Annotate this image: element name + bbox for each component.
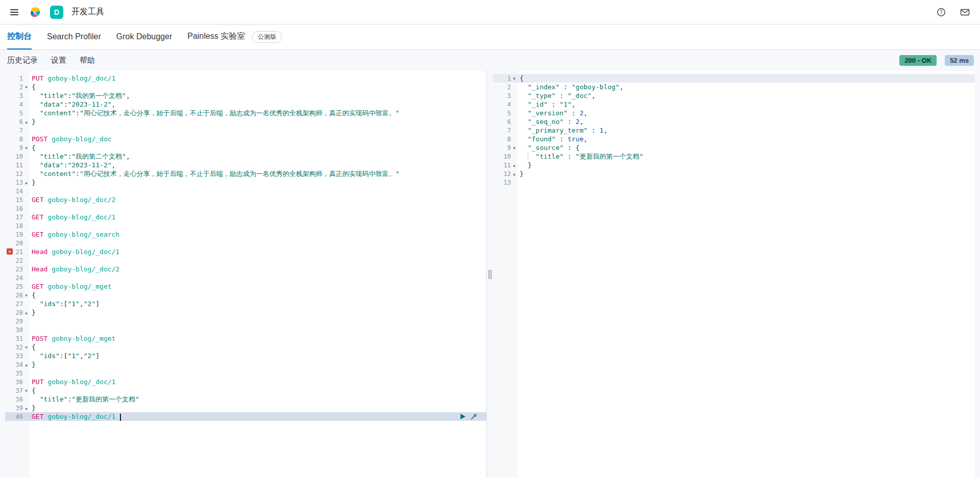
gutter-row: 31 (5, 334, 30, 343)
code-line[interactable] (30, 221, 486, 230)
code-line[interactable]: "found" : true, (518, 135, 975, 143)
code-line[interactable]: GET goboy-blog/_search (30, 230, 486, 239)
history-button[interactable]: 历史记录 (7, 56, 38, 65)
code-line[interactable] (30, 369, 486, 378)
fold-toggle-icon[interactable]: ▴ (23, 406, 30, 411)
help-button[interactable]: ? (935, 6, 948, 19)
code-line[interactable] (30, 239, 486, 247)
code-line[interactable]: { (30, 386, 486, 395)
response-viewer[interactable]: 1▾23456789▾1011▴12▴13 { "_index" : "gobo… (493, 71, 975, 478)
code-line[interactable] (30, 256, 486, 265)
tab-search-profiler[interactable]: Search Profiler (47, 24, 101, 49)
code-line[interactable]: "_id" : "1", (518, 100, 975, 109)
code-line[interactable]: "title":"更新我的第一个文档" (30, 395, 486, 404)
tab-console[interactable]: 控制台 (7, 24, 32, 49)
tab-painless-lab[interactable]: Painless 实验室 (187, 24, 245, 49)
gutter-row: 20 (5, 239, 30, 247)
tab-bar: 控制台 Search Profiler Grok Debugger Painle… (0, 24, 980, 50)
code-line[interactable]: "_primary_term" : 1, (518, 126, 975, 135)
fold-toggle-icon[interactable]: ▴ (23, 362, 30, 367)
code-line[interactable]: { (30, 291, 486, 299)
fold-toggle-icon[interactable]: ▴ (23, 310, 30, 315)
code-line[interactable] (30, 187, 486, 195)
fold-toggle-icon[interactable]: ▾ (23, 145, 30, 150)
gutter-row: 29 (5, 317, 30, 325)
tab-grok-debugger[interactable]: Grok Debugger (116, 24, 172, 49)
gutter-row: 18 (5, 221, 30, 230)
gutter-row: 37▾ (5, 386, 30, 395)
code-line[interactable]: "_version" : 2, (518, 109, 975, 117)
code-line[interactable]: } (30, 404, 486, 412)
line-number: 19 (16, 231, 23, 238)
fold-toggle-icon[interactable]: ▾ (23, 388, 30, 393)
code-line[interactable] (30, 204, 486, 213)
space-avatar[interactable]: D (50, 6, 63, 19)
code-line[interactable]: GET goboy-blog/_doc/2 (30, 195, 486, 204)
code-line[interactable]: POST goboy-blog/_doc (30, 135, 486, 143)
gutter-row: 14 (5, 187, 30, 195)
code-line[interactable]: "ids":["1","2"] (30, 351, 486, 360)
fold-toggle-icon[interactable]: ▾ (23, 345, 30, 350)
gutter-row: 3 (5, 91, 30, 100)
request-editor-code[interactable]: PUT goboy-blog/_doc/1{ "title":"我的第一个文档"… (30, 71, 486, 478)
gutter-row: 13▴ (5, 178, 30, 187)
line-number: 4 (507, 101, 511, 108)
gutter-row: 4 (493, 100, 518, 109)
code-line[interactable]: "_type" : "_doc", (518, 91, 975, 100)
code-line[interactable]: "ids":["1","2"] (30, 299, 486, 308)
help-menu-button[interactable]: 帮助 (80, 56, 95, 65)
code-line[interactable] (30, 317, 486, 325)
code-line[interactable]: "_source" : { (518, 143, 975, 152)
fold-toggle-icon[interactable]: ▴ (23, 180, 30, 185)
code-line[interactable]: { (30, 83, 486, 91)
newsfeed-button[interactable] (958, 6, 972, 19)
code-line[interactable]: Head goboy-blog/_doc/2 (30, 265, 486, 273)
fold-toggle-icon[interactable]: ▴ (511, 171, 518, 177)
code-line[interactable]: } (30, 178, 486, 187)
code-line[interactable]: } (30, 308, 486, 317)
send-request-button[interactable] (459, 413, 466, 420)
code-line[interactable]: GET goboy-blog/_doc/1 (30, 412, 486, 421)
panel-resizer[interactable] (487, 71, 493, 478)
play-icon (459, 413, 466, 420)
code-line[interactable]: GET goboy-blog/_mget (30, 282, 486, 291)
fold-toggle-icon[interactable]: ▴ (23, 119, 30, 124)
code-line[interactable]: "content":"用心记技术，走心分享，始于后端，不止于后端，励志成为一名优… (30, 169, 486, 178)
code-line[interactable] (30, 325, 486, 334)
code-line[interactable]: Head goboy-blog/_doc/1 (30, 247, 486, 256)
code-line[interactable] (518, 178, 975, 187)
code-line[interactable]: "_index" : "goboy-blog", (518, 83, 975, 91)
code-line[interactable]: "_seq_no" : 2, (518, 117, 975, 126)
code-line[interactable]: "data":"2023-11-2", (30, 100, 486, 109)
fold-toggle-icon[interactable]: ▾ (511, 76, 518, 81)
fold-toggle-icon[interactable]: ▾ (23, 85, 30, 90)
code-line[interactable]: "data":"2023-11-2", (30, 161, 486, 169)
line-number: 11 (504, 162, 511, 169)
code-line[interactable]: PUT goboy-blog/_doc/1 (30, 74, 486, 83)
code-line[interactable]: { (30, 343, 486, 351)
code-line[interactable]: } (30, 360, 486, 369)
fold-toggle-icon[interactable]: ▾ (511, 145, 518, 150)
code-line[interactable]: } (518, 161, 975, 169)
code-line[interactable]: } (30, 117, 486, 126)
code-line[interactable] (30, 273, 486, 282)
elastic-logo[interactable] (29, 6, 42, 19)
code-line[interactable]: "title":"我的第二个文档", (30, 152, 486, 161)
request-editor[interactable]: 12▾3456▴789▾10111213▴14151617181920×2122… (5, 71, 487, 478)
code-line[interactable]: "title" : "更新我的第一个文档" (518, 152, 975, 161)
code-line[interactable]: { (518, 74, 975, 83)
code-line[interactable]: } (518, 169, 975, 178)
response-viewer-code[interactable]: { "_index" : "goboy-blog", "_type" : "_d… (518, 71, 975, 478)
request-options-button[interactable] (470, 413, 477, 420)
code-line[interactable] (30, 126, 486, 135)
code-line[interactable]: GET goboy-blog/_doc/1 (30, 213, 486, 221)
menu-toggle-button[interactable] (8, 6, 20, 19)
fold-toggle-icon[interactable]: ▾ (23, 293, 30, 298)
code-line[interactable]: "title":"我的第一个文档", (30, 91, 486, 100)
fold-toggle-icon[interactable]: ▴ (511, 163, 518, 168)
code-line[interactable]: PUT goboy-blog/_doc/1 (30, 378, 486, 386)
code-line[interactable]: { (30, 143, 486, 152)
settings-button[interactable]: 设置 (51, 56, 66, 65)
code-line[interactable]: "content":"用心记技术，走心分享，始于后端，不止于后端，励志成为一名优… (30, 109, 486, 117)
code-line[interactable]: POST goboy-blog/_mget (30, 334, 486, 343)
